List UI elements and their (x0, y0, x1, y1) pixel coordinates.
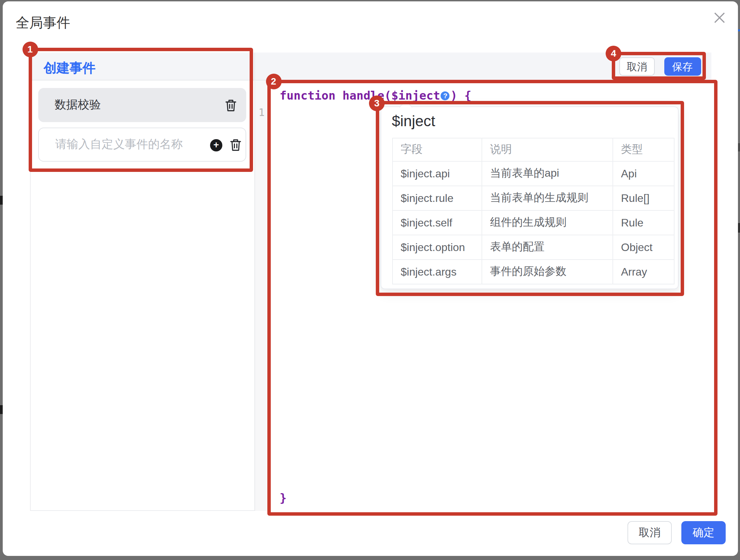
close-icon[interactable] (711, 10, 728, 26)
table-cell: $inject.option (392, 235, 482, 260)
new-event-row: + (38, 128, 246, 162)
occluded-blue-fragment (738, 29, 740, 31)
table-row: $inject.rule当前表单的生成规则Rule[] (392, 186, 674, 210)
table-row: $inject.args事件的原始参数Array (392, 260, 674, 284)
table-cell: $inject.self (392, 210, 482, 235)
inject-param-link[interactable]: $inject (391, 89, 440, 102)
dialog-title: 全局事件 (16, 14, 70, 32)
table-cell: 组件的生成规则 (482, 210, 612, 235)
table-cell: Array (612, 260, 674, 284)
inject-fields-table: 字段说明类型 $inject.api当前表单的apiApi$inject.rul… (392, 138, 674, 284)
inject-tooltip: $inject 字段说明类型 $inject.api当前表单的apiApi$in… (380, 106, 679, 289)
editor-cancel-button[interactable]: 取消 (619, 57, 655, 76)
table-cell: Rule[] (612, 186, 674, 210)
tooltip-title: $inject (392, 113, 435, 130)
add-event-icon[interactable]: + (210, 139, 222, 151)
delete-row-icon[interactable] (230, 138, 241, 151)
table-cell: 事件的原始参数 (482, 260, 612, 284)
occluded-text-fragment (738, 143, 740, 151)
table-column-header: 字段 (392, 138, 482, 161)
table-cell: Object (612, 235, 674, 260)
table-row: $inject.self组件的生成规则Rule (392, 210, 674, 235)
table-cell: 表单的配置 (482, 235, 612, 260)
table-cell: 当前表单的api (482, 161, 612, 186)
table-cell: $inject.api (392, 161, 482, 186)
table-cell: $inject.args (392, 260, 482, 284)
table-cell: $inject.rule (392, 186, 482, 210)
table-column-header: 类型 (612, 138, 674, 161)
table-column-header: 说明 (482, 138, 612, 161)
help-icon[interactable]: ? (441, 91, 450, 100)
occluded-text-fragment (0, 196, 3, 205)
event-list-item[interactable]: 数据校验 (38, 88, 246, 122)
occluded-text-fragment (738, 223, 740, 233)
occluded-text-fragment (0, 405, 3, 414)
table-cell: 当前表单的生成规则 (482, 186, 612, 210)
table-row: $inject.api当前表单的apiApi (392, 161, 674, 186)
dialog-cancel-button[interactable]: 取消 (627, 521, 672, 544)
code-line-function: function handle($inject?) { (280, 89, 471, 102)
event-name: 数据校验 (55, 88, 101, 122)
table-cell: Api (612, 161, 674, 186)
new-event-name-input[interactable] (54, 129, 207, 160)
code-line-closing-brace: } (280, 491, 287, 505)
delete-event-icon[interactable] (225, 99, 237, 112)
table-header-row: 字段说明类型 (392, 138, 674, 161)
table-cell: Rule (612, 210, 674, 235)
code-gutter (255, 80, 269, 511)
screen: 全局事件 创建事件 数据校验 + 取消 保存 1 function handle… (0, 0, 740, 560)
table-row: $inject.option表单的配置Object (392, 235, 674, 260)
create-event-link[interactable]: 创建事件 (44, 59, 95, 77)
dialog-confirm-button[interactable]: 确定 (681, 521, 726, 544)
table-body: $inject.api当前表单的apiApi$inject.rule当前表单的生… (392, 161, 674, 284)
line-number: 1 (253, 106, 265, 119)
editor-save-button[interactable]: 保存 (664, 57, 701, 76)
